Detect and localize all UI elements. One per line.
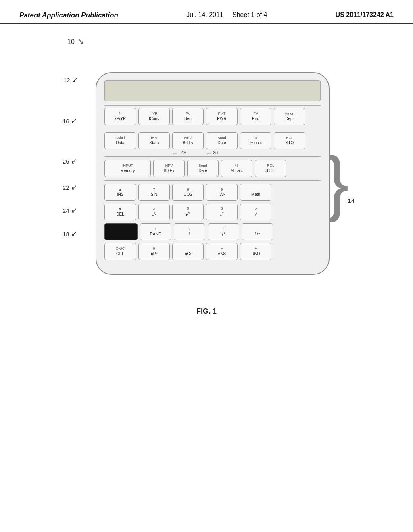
device-wrapper: 10 ↘ 12 ↙ 16 ↙ 26 ↙ 22 ↙ 24 ↙ 18 bbox=[83, 48, 330, 275]
btn-row-1: N xP/YR I/YR IConv PV Beg PMT P/YR FV bbox=[104, 108, 321, 125]
date-label: Jul. 14, 2011 bbox=[186, 11, 223, 18]
btn-0-nPr[interactable]: 0 nPr bbox=[138, 243, 170, 260]
btn-5-ex[interactable]: 5 ex bbox=[172, 204, 204, 220]
btn-RCL-STO1[interactable]: RCL STO bbox=[274, 132, 305, 149]
btn-Bond-Date1[interactable]: Bond Date 28 ⌐ bbox=[206, 132, 238, 149]
calculator-device: N xP/YR I/YR IConv PV Beg PMT P/YR FV bbox=[96, 72, 330, 275]
ref-26-label: 26 ↙ bbox=[63, 157, 77, 166]
publication-label: Patent Application Publication bbox=[19, 11, 118, 19]
btn-Amort-Depr[interactable]: Amort Depr bbox=[274, 108, 305, 125]
btn-PV-Beg[interactable]: PV Beg bbox=[172, 108, 204, 125]
ref-22-label: 22 ↙ bbox=[63, 183, 77, 192]
btn-pct-pctcalc2[interactable]: % % calc bbox=[221, 160, 252, 177]
btn-FV-End[interactable]: FV End bbox=[240, 108, 271, 125]
btn-9-TAN[interactable]: 9 TAN bbox=[206, 184, 238, 201]
btn-4-LN[interactable]: 4 LN bbox=[138, 204, 170, 220]
btn-dot-1x[interactable]: · 1/x bbox=[242, 223, 273, 240]
btn-row-7: ON/C OFF 0 nPr · nCr = ANS + RND bbox=[104, 243, 321, 260]
btn-IYR-IConv[interactable]: I/YR IConv bbox=[138, 108, 170, 125]
btn-3-Yx[interactable]: 3 Yx bbox=[208, 223, 239, 240]
btn-row-3: INPUT Memory NPV BrkEv Bond Date % % cal… bbox=[104, 160, 321, 177]
btn-6-x2[interactable]: 6 x2 bbox=[206, 204, 238, 220]
ref-10-label: 10 ↘ bbox=[67, 36, 84, 46]
btn-2-factorial[interactable]: 2 ! bbox=[174, 223, 205, 240]
btn-Bond-Date2[interactable]: Bond Date bbox=[187, 160, 219, 177]
btn-row-4: ▲ INS 7 SIN 8 COS 9 TAN ÷ Math bbox=[104, 184, 321, 201]
btn-down-DEL[interactable]: ▼ DEL bbox=[104, 204, 136, 220]
ref-14-text: 14 bbox=[348, 197, 355, 204]
ref-18-label: 18 ↙ bbox=[63, 229, 77, 238]
btn-RCL-STO2[interactable]: RCL STO · bbox=[255, 160, 286, 177]
btn-row-2: CshFl Data IRR Stats NPV BrkEv 29 ⌐ Bond… bbox=[104, 132, 321, 149]
patent-number: US 2011/173242 A1 bbox=[336, 11, 394, 19]
btn-black-key[interactable] bbox=[104, 223, 138, 240]
page-header: Patent Application Publication Jul. 14, … bbox=[0, 0, 413, 24]
btn-x-sqrt[interactable]: x √ bbox=[240, 204, 271, 220]
btn-div-Math[interactable]: ÷ Math bbox=[240, 184, 271, 201]
btn-plus-RND[interactable]: + RND bbox=[240, 243, 271, 260]
ref-16-label: 16 ↙ bbox=[63, 116, 77, 125]
btn-CshFl-Data[interactable]: CshFl Data bbox=[104, 132, 136, 149]
date-sheet-label: Jul. 14, 2011 Sheet 1 of 4 bbox=[186, 11, 267, 19]
ref-24-label: 24 ↙ bbox=[63, 206, 77, 215]
btn-N-xPYR[interactable]: N xP/YR bbox=[104, 108, 136, 125]
btn-NPV-BrkEv2[interactable]: NPV BrkEv bbox=[153, 160, 185, 177]
sheet-label: Sheet 1 of 4 bbox=[232, 11, 267, 18]
btn-row-5: ▼ DEL 4 LN 5 ex 6 x2 x √ bbox=[104, 204, 321, 220]
btn-1-RAND[interactable]: 1 RAND bbox=[140, 223, 171, 240]
btn-ONC-OFF[interactable]: ON/C OFF bbox=[104, 243, 136, 260]
ref-12-label: 12 ↙ bbox=[63, 75, 78, 84]
btn-IRR-Stats[interactable]: IRR Stats bbox=[138, 132, 170, 149]
btn-INPUT-Memory[interactable]: INPUT Memory bbox=[104, 160, 151, 177]
main-content: 10 ↘ 12 ↙ 16 ↙ 26 ↙ 22 ↙ 24 ↙ 18 bbox=[0, 24, 413, 324]
btn-row-6: 1 RAND 2 ! 3 Yx · 1/x bbox=[104, 223, 321, 240]
btn-PMT-PYR[interactable]: PMT P/YR bbox=[206, 108, 238, 125]
display-screen bbox=[104, 80, 321, 101]
btn-up-INS[interactable]: ▲ INS bbox=[104, 184, 136, 201]
btn-8-COS[interactable]: 8 COS bbox=[172, 184, 204, 201]
btn-eq-ANS[interactable]: = ANS bbox=[206, 243, 238, 260]
figure-caption: FIG. 1 bbox=[196, 307, 217, 316]
btn-NPV-BrkEv1[interactable]: NPV BrkEv 29 ⌐ bbox=[172, 132, 204, 149]
btn-7-SIN[interactable]: 7 SIN bbox=[138, 184, 170, 201]
btn-pct-pctcalc1[interactable]: % % calc bbox=[240, 132, 271, 149]
btn-dot-nCr[interactable]: · nCr bbox=[172, 243, 204, 260]
